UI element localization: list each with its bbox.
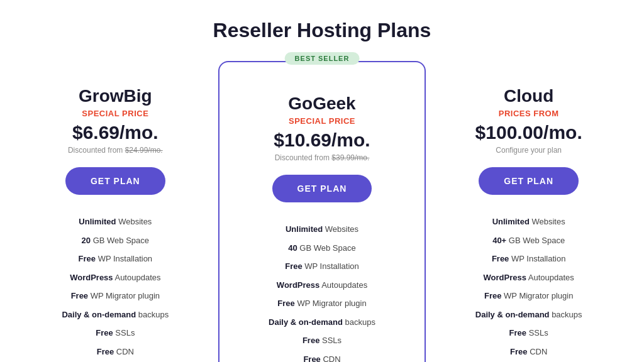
- feature-item: 20 GB Web Space: [28, 231, 203, 250]
- get-plan-button-cloud[interactable]: GET PLAN: [479, 167, 579, 195]
- feature-item: Free WP Migrator plugin: [28, 287, 203, 305]
- plan-card-gogeek: BEST SELLERGoGeekSPECIAL PRICE$10.69/mo.…: [218, 61, 426, 362]
- feature-item: 40 GB Web Space: [235, 239, 409, 258]
- feature-item: WordPress Autoupdates: [235, 276, 409, 295]
- plan-card-growbig: GrowBigSPECIAL PRICE$6.69/mo.Discounted …: [13, 67, 218, 362]
- price-label-cloud: PRICES FROM: [441, 109, 616, 118]
- page-title: Reseller Hosting Plans: [213, 19, 431, 42]
- price-label-growbig: SPECIAL PRICE: [28, 109, 203, 118]
- feature-item: Free SSLs: [28, 324, 203, 343]
- plan-price-gogeek: $10.69/mo.: [235, 129, 409, 151]
- features-list-cloud: Unlimited Websites40+ GB Web SpaceFree W…: [441, 212, 616, 362]
- feature-item: Free CDN: [441, 343, 616, 361]
- plan-name-gogeek: GoGeek: [235, 94, 409, 114]
- plan-discount-gogeek: Discounted from $39.99/mo.: [235, 153, 409, 162]
- plan-name-cloud: Cloud: [441, 86, 616, 106]
- feature-item: Free CDN: [28, 343, 203, 361]
- plan-price-cloud: $100.00/mo.: [441, 122, 616, 143]
- feature-item: Free SSLs: [441, 324, 616, 343]
- feature-item: Unlimited Websites: [28, 212, 203, 231]
- feature-item: Free CDN: [235, 350, 409, 363]
- configure-text-cloud: Configure your plan: [441, 146, 616, 155]
- get-plan-button-gogeek[interactable]: GET PLAN: [272, 175, 372, 202]
- feature-item: Free WP Installation: [441, 250, 616, 268]
- feature-item: Unlimited Websites: [441, 212, 616, 231]
- feature-item: Free WP Migrator plugin: [235, 294, 409, 313]
- price-label-gogeek: SPECIAL PRICE: [235, 116, 409, 126]
- feature-item: WordPress Autoupdates: [441, 268, 616, 287]
- feature-item: Free WP Installation: [235, 257, 409, 276]
- plan-card-cloud: CloudPRICES FROM$100.00/mo.Configure you…: [426, 67, 631, 362]
- features-list-growbig: Unlimited Websites20 GB Web SpaceFree WP…: [28, 212, 203, 362]
- feature-item: Free WP Installation: [28, 250, 203, 268]
- plan-name-growbig: GrowBig: [28, 86, 203, 106]
- plans-container: GrowBigSPECIAL PRICE$6.69/mo.Discounted …: [13, 67, 631, 362]
- feature-item: 40+ GB Web Space: [441, 231, 616, 250]
- plan-discount-growbig: Discounted from $24.99/mo.: [28, 146, 203, 155]
- feature-item: WordPress Autoupdates: [28, 268, 203, 287]
- feature-item: Daily & on-demand backups: [28, 305, 203, 324]
- best-seller-badge: BEST SELLER: [285, 52, 360, 65]
- feature-item: Unlimited Websites: [235, 220, 409, 239]
- features-list-gogeek: Unlimited Websites40 GB Web SpaceFree WP…: [235, 220, 409, 362]
- feature-item: Daily & on-demand backups: [235, 313, 409, 332]
- feature-item: Free SSLs: [235, 331, 409, 350]
- get-plan-button-growbig[interactable]: GET PLAN: [65, 167, 165, 195]
- plan-price-growbig: $6.69/mo.: [28, 122, 203, 143]
- feature-item: Free WP Migrator plugin: [441, 287, 616, 305]
- feature-item: Daily & on-demand backups: [441, 305, 616, 324]
